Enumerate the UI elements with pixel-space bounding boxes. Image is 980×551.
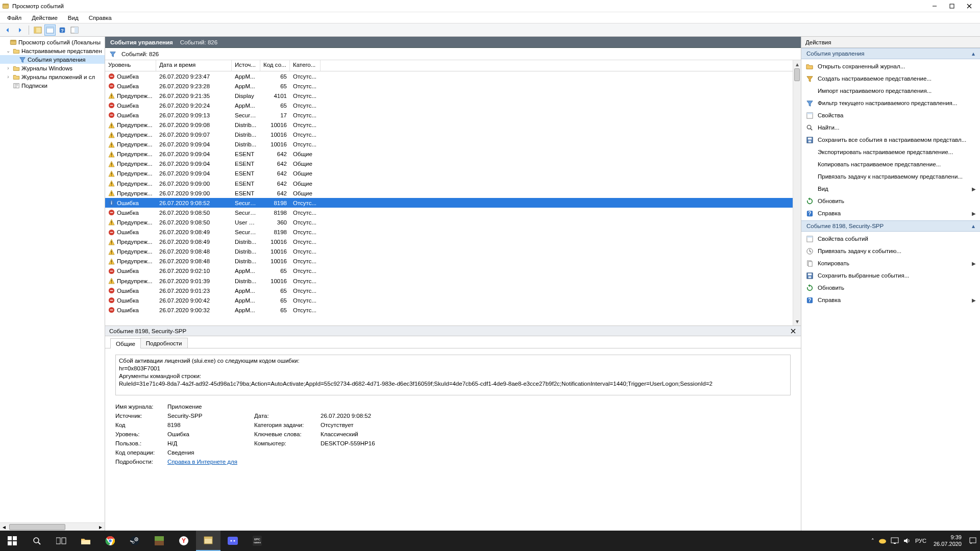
action-item[interactable]: Открыть сохраненный журнал... <box>801 60 980 72</box>
scroll-thumb[interactable] <box>794 68 800 81</box>
volume-icon[interactable] <box>903 537 911 544</box>
table-row[interactable]: Предупреж...26.07.2020 9:09:08Distrib...… <box>105 120 793 130</box>
onedrive-icon[interactable] <box>878 538 887 544</box>
col-category[interactable]: Катего... <box>290 60 321 71</box>
table-row[interactable]: Ошибка26.07.2020 9:02:10AppM...65Отсутс.… <box>105 266 793 276</box>
detail-close-button[interactable] <box>790 328 797 335</box>
table-row[interactable]: Предупреж...26.07.2020 9:09:04Distrib...… <box>105 140 793 149</box>
tree-custom-views[interactable]: ⌄ Настраиваемые представлен <box>0 46 105 55</box>
table-row[interactable]: Предупреж...26.07.2020 9:08:48Distrib...… <box>105 247 793 257</box>
action-item[interactable]: Создать настраиваемое представление... <box>801 72 980 85</box>
action-item[interactable]: Свойства событий <box>801 233 980 245</box>
table-row[interactable]: Предупреж...26.07.2020 9:09:04ESENT642Об… <box>105 149 793 159</box>
back-button[interactable] <box>2 24 13 36</box>
table-row[interactable]: Предупреж...26.07.2020 9:21:35Display410… <box>105 91 793 101</box>
action-item[interactable]: Сохранить выбранные события... <box>801 269 980 282</box>
menu-view[interactable]: Вид <box>64 14 83 22</box>
events-table[interactable]: Уровень Дата и время Источ... Код со... … <box>105 60 793 325</box>
tab-general[interactable]: Общие <box>110 338 141 348</box>
twisty-icon[interactable]: ⌄ <box>5 48 11 54</box>
language-indicator[interactable]: РУС <box>915 538 926 544</box>
table-row[interactable]: Ошибка26.07.2020 9:08:52Securit...8198От… <box>105 198 793 208</box>
table-row[interactable]: Ошибка26.07.2020 9:00:32AppM...65Отсутс.… <box>105 305 793 315</box>
table-row[interactable]: Предупреж...26.07.2020 9:09:00ESENT642Об… <box>105 188 793 198</box>
steam-button[interactable] <box>122 531 147 551</box>
action-item[interactable]: Фильтр текущего настраиваемого представл… <box>801 97 980 109</box>
scroll-left-button[interactable]: ◂ <box>0 523 8 531</box>
table-row[interactable]: Предупреж...26.07.2020 9:09:07Distrib...… <box>105 130 793 140</box>
action-item[interactable]: Сохранить все события в настраиваемом пр… <box>801 134 980 146</box>
task-view-button[interactable] <box>49 531 74 551</box>
network-icon[interactable] <box>891 537 899 544</box>
action-item[interactable]: Справка▶ <box>801 294 980 306</box>
tree-windows-logs[interactable]: › Журналы Windows <box>0 64 105 72</box>
tree-root[interactable]: Просмотр событий (Локальны <box>0 38 105 46</box>
notifications-icon[interactable] <box>969 537 977 545</box>
events-v-scrollbar[interactable]: ▴ ▾ <box>793 60 801 325</box>
col-source[interactable]: Источ... <box>232 60 260 71</box>
table-row[interactable]: Предупреж...26.07.2020 9:09:00ESENT642Об… <box>105 179 793 188</box>
collapse-icon[interactable]: ▴ <box>972 222 975 230</box>
action-item[interactable]: Справка▶ <box>801 207 980 219</box>
action-item[interactable]: Копировать▶ <box>801 257 980 269</box>
action-item[interactable]: Экспортировать настраиваемое представлен… <box>801 146 980 158</box>
start-button[interactable] <box>0 531 24 551</box>
twisty-icon[interactable]: › <box>5 74 11 80</box>
table-row[interactable]: Предупреж...26.07.2020 9:08:50User D...3… <box>105 217 793 227</box>
discord-button[interactable] <box>220 531 245 551</box>
close-button[interactable] <box>961 0 978 12</box>
menu-help[interactable]: Справка <box>85 14 116 22</box>
chrome-button[interactable] <box>98 531 122 551</box>
table-row[interactable]: Предупреж...26.07.2020 9:01:39Distrib...… <box>105 276 793 286</box>
action-item[interactable]: Привязать задачу к событию... <box>801 245 980 257</box>
detail-text[interactable]: Сбой активации лицензий (slui.exe) со сл… <box>115 355 791 395</box>
action-item[interactable]: Найти... <box>801 121 980 134</box>
table-row[interactable]: Предупреж...26.07.2020 9:08:48Distrib...… <box>105 257 793 266</box>
col-level[interactable]: Уровень <box>105 60 156 71</box>
search-button[interactable] <box>24 531 49 551</box>
clock[interactable]: 9:39 26.07.2020 <box>930 534 965 547</box>
col-date[interactable]: Дата и время <box>156 60 232 71</box>
table-row[interactable]: Ошибка26.07.2020 9:23:47AppM...65Отсутс.… <box>105 71 793 81</box>
scroll-up-button[interactable]: ▴ <box>793 60 801 68</box>
action-item[interactable]: Обновить <box>801 195 980 207</box>
toolbar-view-button[interactable] <box>44 24 56 36</box>
table-row[interactable]: Ошибка26.07.2020 9:08:50Securit...8198От… <box>105 208 793 217</box>
action-item[interactable]: Обновить <box>801 282 980 294</box>
tree-apps-logs[interactable]: › Журналы приложений и сл <box>0 72 105 81</box>
action-item[interactable]: Свойства <box>801 109 980 121</box>
col-code[interactable]: Код со... <box>260 60 290 71</box>
yandex-button[interactable]: Y <box>172 531 196 551</box>
collapse-icon[interactable]: ▴ <box>972 50 975 57</box>
toolbar-show-tree-button[interactable] <box>32 24 43 36</box>
detail-help-link[interactable]: Справка в Интернете для <box>167 459 237 465</box>
action-item[interactable]: Импорт настраиваемого представления... <box>801 85 980 97</box>
forward-button[interactable] <box>14 24 26 36</box>
table-row[interactable]: Ошибка26.07.2020 9:23:28AppM...65Отсутс.… <box>105 81 793 91</box>
tab-details[interactable]: Подробности <box>140 338 188 348</box>
table-row[interactable]: Предупреж...26.07.2020 9:09:04ESENT642Об… <box>105 159 793 169</box>
table-row[interactable]: Ошибка26.07.2020 9:20:24AppM...65Отсутс.… <box>105 101 793 110</box>
table-row[interactable]: Предупреж...26.07.2020 9:08:49Distrib...… <box>105 237 793 247</box>
table-row[interactable]: Ошибка26.07.2020 9:00:42AppM...65Отсутс.… <box>105 295 793 305</box>
action-item[interactable]: Вид▶ <box>801 183 980 195</box>
maximize-button[interactable] <box>943 0 961 12</box>
table-row[interactable]: Ошибка26.07.2020 9:01:23AppM...65Отсутс.… <box>105 286 793 295</box>
scroll-thumb[interactable] <box>9 524 65 530</box>
tray-chevron-icon[interactable]: ˄ <box>871 538 874 544</box>
tree-h-scrollbar[interactable]: ◂ ▸ <box>0 522 105 531</box>
epic-games-button[interactable]: EPICGAMES <box>245 531 270 551</box>
table-row[interactable]: Ошибка26.07.2020 9:08:49Securit...8198От… <box>105 228 793 237</box>
menu-action[interactable]: Действие <box>28 14 62 22</box>
action-item[interactable]: Копировать настраиваемое представление..… <box>801 158 980 170</box>
toolbar-help-button[interactable] <box>57 24 68 36</box>
explorer-button[interactable] <box>74 531 98 551</box>
tree-admin-events[interactable]: События управления <box>0 55 105 64</box>
minimize-button[interactable] <box>926 0 943 12</box>
scroll-right-button[interactable]: ▸ <box>96 523 105 531</box>
menu-file[interactable]: Файл <box>3 14 26 22</box>
twisty-icon[interactable]: › <box>5 65 11 71</box>
minecraft-button[interactable] <box>147 531 172 551</box>
toolbar-extra-button[interactable] <box>69 24 80 36</box>
table-row[interactable]: Предупреж...26.07.2020 9:09:04ESENT642Об… <box>105 169 793 179</box>
